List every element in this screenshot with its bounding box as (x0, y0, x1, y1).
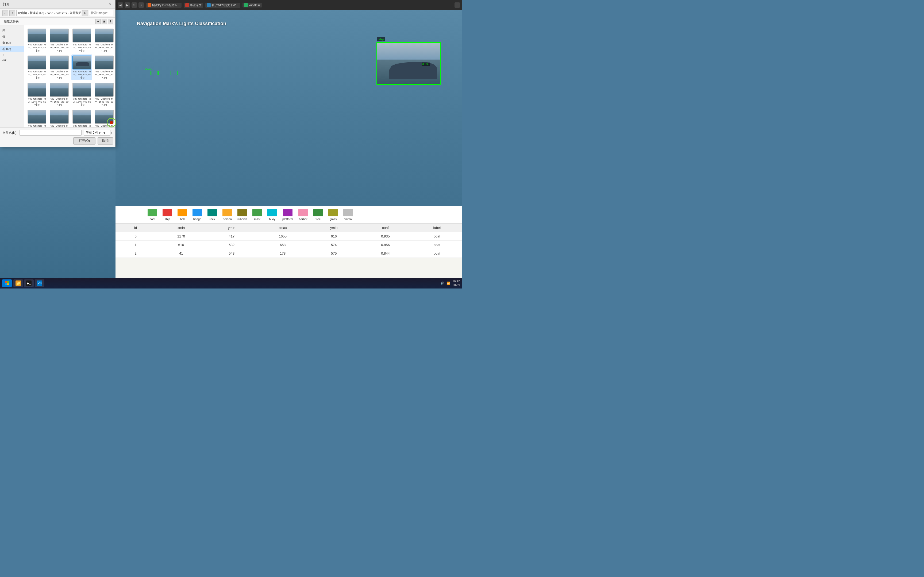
sidebar-item-3[interactable]: 盘 (C:) (0, 40, 24, 46)
file-item-11[interactable]: VIS_Onshore_MVI_1646_VIS_508.jpg (94, 82, 115, 107)
bookmark-icon-btn[interactable]: ☆ (139, 2, 144, 8)
file-item-9[interactable]: VIS_Onshore_MVI_1646_VIS_506.jpg (49, 82, 70, 107)
file-thumb-4 (27, 56, 46, 69)
svg-rect-1 (7, 281, 9, 283)
sidebar-item-2[interactable]: 像 (0, 34, 24, 40)
explorer-icon: 📁 (16, 280, 21, 286)
bookmark-thesis-icon (185, 3, 189, 7)
buoy-box-1 (145, 71, 151, 75)
file-name-13: VIS_Onshore_MVI_1646_VIS_510.jpg (50, 124, 69, 127)
browser-refresh-btn[interactable]: ↻ (132, 2, 137, 8)
dialog-back-btn[interactable]: ← (2, 10, 8, 16)
cell-label: boat (412, 241, 462, 249)
cell-conf: 0.856 (359, 241, 412, 249)
filename-input[interactable] (19, 130, 82, 136)
file-thumb-5 (50, 56, 69, 69)
legend-label-ship: ship (165, 218, 170, 221)
ship-detection-box: ship (376, 42, 441, 85)
sidebar-item-4[interactable]: 卷 (D:) (0, 46, 24, 52)
sidebar-item-6[interactable]: ork (0, 57, 24, 63)
file-thumb-1 (50, 29, 69, 42)
cell-xmax: 178 (257, 249, 309, 258)
taskbar-clock: 16:42 2022/ (452, 279, 460, 287)
file-item-1[interactable]: VIS_Onshore_MVI_1646_VIS_498.jpg (49, 27, 70, 53)
file-item-13[interactable]: VIS_Onshore_MVI_1646_VIS_510.jpg (49, 109, 70, 127)
table-row: 2 41 543 178 575 0.844 boat (115, 249, 462, 258)
bookmark-wps[interactable]: 装了WPS后关于Wi... (205, 3, 241, 8)
view-grid-btn[interactable]: ⊞ (102, 19, 107, 24)
legend-tree: tree (313, 209, 323, 221)
legend-label-mast: mast (254, 218, 260, 221)
file-item-0[interactable]: VIS_Onshore_MVI_1646_VIS_497.jpg (26, 27, 47, 53)
path-opendata: 公开数据集 (69, 11, 81, 15)
open-btn[interactable]: 打开(O) (73, 137, 95, 145)
bookmark-vue[interactable]: vue-flask (242, 3, 262, 8)
dialog-close-btn[interactable]: × (108, 2, 113, 7)
legend-color-rubbish (237, 209, 247, 216)
dialog-title: 打开 (3, 2, 10, 7)
dialog-up-btn[interactable]: ↑ (10, 10, 15, 16)
cell-id: 2 (115, 249, 156, 258)
buoy-box-2 (152, 71, 157, 75)
file-item-10[interactable]: VIS_Onshore_MVI_1646_VIS_507.jpg (71, 82, 92, 107)
sidebar-item-5[interactable]: :) (0, 52, 24, 57)
browser-back-btn[interactable]: ◀ (118, 2, 123, 8)
bookmark-pytorch[interactable]: 解决PyTorch报错 R... (146, 3, 181, 8)
file-name-4: VIS_Onshore_MVI_1646_VIS_501.jpg (27, 70, 46, 79)
new-folder-btn[interactable]: 新建文件夹 (2, 19, 20, 24)
legend-label-buoy: buoy (269, 218, 275, 221)
cell-ymin: 532 (207, 241, 257, 249)
browser-settings-btn[interactable]: ⋮ (454, 2, 460, 8)
file-item-3[interactable]: VIS_Onshore_MVI_1646_VIS_500.jpg (94, 27, 115, 53)
taskbar-terminal[interactable]: ▶_ (24, 279, 34, 287)
taskbar-date: 2022/ (452, 283, 460, 287)
cell-conf: 0.935 (359, 232, 412, 241)
cell-id: 0 (115, 232, 156, 241)
browser-forward-btn[interactable]: ▶ (124, 2, 130, 8)
col-id: id (115, 224, 156, 232)
filetype-wrapper: 所有文件 (*.*) ▾ (84, 130, 113, 136)
taskbar-explorer[interactable]: 📁 (13, 279, 23, 287)
file-name-0: VIS_Onshore_MVI_1646_VIS_497.jpg (27, 43, 46, 52)
cancel-btn[interactable]: 取消 (98, 137, 113, 145)
file-thumb-13 (50, 110, 69, 124)
legend-label-animal: animal (344, 218, 352, 221)
file-dialog: 打开 × ← ↑ 此电脑 › 新建卷 (D:) › code › dataset… (0, 0, 115, 147)
path-datasets: datasets (56, 11, 67, 15)
buoy-box-3 (158, 71, 164, 75)
dialog-body: 问 像 盘 (C:) 卷 (D:) :) ork VIS_Onshore_MVI… (0, 25, 115, 127)
buoy-boxes-row (145, 71, 178, 75)
file-thumb-14 (73, 110, 91, 124)
cell-ymin: 417 (207, 232, 257, 241)
filename-row: 文件名(N): 所有文件 (*.*) ▾ (2, 130, 113, 136)
file-item-2[interactable]: VIS_Onshore_MVI_1646_VIS_499.jpg (71, 27, 92, 53)
file-item-14[interactable]: VIS_Onshore_MVI_1646_VIS_511.jpg (71, 109, 92, 127)
file-name-6: VIS_Onshore_MVI_1646_VIS_503.jpg (73, 70, 91, 79)
vscode-icon: VS (37, 280, 42, 286)
path-drive: 新建卷 (D:) (30, 11, 44, 15)
file-item-6[interactable]: VIS_Onshore_MVI_1646_VIS_503.jpg (71, 55, 92, 80)
cursor-dot (110, 121, 113, 124)
svg-rect-0 (5, 281, 7, 283)
col-label: label (412, 224, 462, 232)
filetype-select[interactable]: 所有文件 (*.*) (84, 130, 110, 136)
dialog-search[interactable]: 搜索"images" (89, 10, 113, 16)
sidebar-item-1[interactable]: 问 (0, 27, 24, 34)
file-item-8[interactable]: VIS_Onshore_MVI_1646_VIS_505.jpg (26, 82, 47, 107)
start-button[interactable] (2, 279, 12, 287)
file-name-3: VIS_Onshore_MVI_1646_VIS_500.jpg (95, 43, 114, 52)
taskbar-volume-icon: 📶 (446, 282, 450, 285)
file-item-7[interactable]: VIS_Onshore_MVI_1646_VIS_504.jpg (94, 55, 115, 80)
legend-label-boat: boat (149, 218, 155, 221)
view-help-btn[interactable]: ? (108, 19, 113, 24)
file-grid[interactable]: VIS_Onshore_MVI_1646_VIS_497.jpg VIS_Ons… (24, 25, 115, 127)
bookmark-thesis[interactable]: 毕业论文 (184, 3, 203, 8)
view-list-btn[interactable]: ≡ (95, 19, 101, 24)
buoy-detections: 0:0.51 (145, 68, 178, 75)
file-item-4[interactable]: VIS_Onshore_MVI_1646_VIS_501.jpg (26, 55, 47, 80)
file-item-12[interactable]: VIS_Onshore_MVI_1646_VIS_509.jpg (26, 109, 47, 127)
legend-color-tree (313, 209, 323, 216)
dialog-refresh-btn[interactable]: ↻ (82, 10, 88, 16)
taskbar-vscode[interactable]: VS (35, 279, 44, 287)
file-item-5[interactable]: VIS_Onshore_MVI_1646_VIS_502.jpg (49, 55, 70, 80)
